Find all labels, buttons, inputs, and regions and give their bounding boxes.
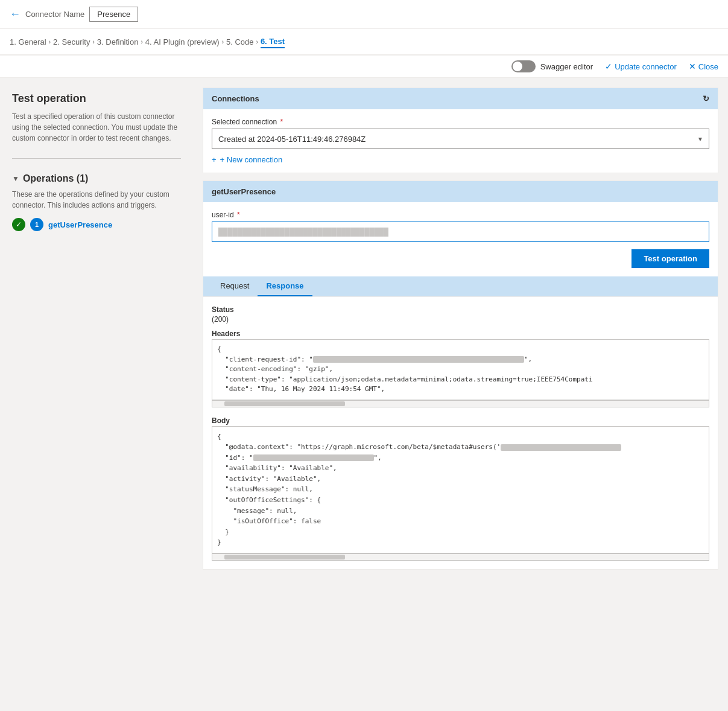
breadcrumb-code[interactable]: 5. Code [226, 37, 254, 46]
op-name-label[interactable]: getUserPresence [48, 220, 112, 229]
body-scrollbar[interactable] [212, 553, 709, 561]
tab-request[interactable]: Request [212, 276, 258, 296]
test-operation-button[interactable]: Test operation [631, 249, 709, 268]
response-section: Request Response Status (200) Headers { … [203, 276, 718, 569]
body-label: Body [212, 416, 709, 425]
response-body: Status (200) Headers { "client-request-i… [203, 297, 718, 569]
masked-odata-id [501, 444, 621, 451]
body-code-box: { "@odata.context": "https://graph.micro… [212, 426, 709, 554]
operations-header[interactable]: ▼ Operations (1) [12, 173, 181, 184]
breadcrumb-general-label: 1. General [10, 37, 46, 46]
main-content: Test operation Test a specified operatio… [0, 78, 728, 579]
chevron-icon-4: › [222, 39, 224, 45]
chevron-icon-2: › [92, 39, 94, 45]
test-operation-section: Test operation Test a specified operatio… [12, 92, 181, 144]
connections-card-body: Selected connection * Created at 2024-05… [203, 109, 718, 173]
close-icon: ✕ [689, 62, 696, 71]
chevron-icon-1: › [49, 39, 51, 45]
connection-select[interactable]: Created at 2024-05-16T11:49:46.276984Z [212, 129, 709, 149]
connections-card-header: Connections ↻ [203, 88, 718, 109]
body-line-2: "@odata.context": "https://graph.microso… [217, 442, 704, 453]
swagger-editor-toggle[interactable] [511, 60, 536, 72]
connection-select-wrapper: Created at 2024-05-16T11:49:46.276984Z ▼ [212, 129, 709, 149]
breadcrumb-aiplugin-label: 4. AI Plugin (preview) [145, 37, 220, 46]
headers-line-5: "date": "Thu, 16 May 2024 11:49:54 GMT", [217, 384, 704, 395]
tab-response[interactable]: Response [258, 276, 312, 296]
left-panel: Test operation Test a specified operatio… [0, 78, 193, 579]
update-connector-button[interactable]: ✓ Update connector [605, 62, 677, 71]
operations-desc: These are the operations defined by your… [12, 189, 181, 211]
status-value: (200) [212, 315, 709, 324]
breadcrumb-code-label: 5. Code [226, 37, 254, 46]
top-bar: ← Connector Name Presence [0, 0, 728, 29]
body-line-1: { [217, 432, 704, 442]
body-line-5: "activity": "Available", [217, 474, 704, 485]
user-id-label: user-id * [212, 211, 709, 219]
headers-scrollbar[interactable] [212, 400, 709, 407]
get-user-presence-title: getUserPresence [212, 187, 276, 196]
chevron-icon-3: › [141, 39, 142, 45]
headers-label: Headers [212, 330, 709, 338]
body-line-3: "id": " ", [217, 453, 704, 464]
body-line-8: "message": null, [217, 506, 704, 517]
right-panel: Connections ↻ Selected connection * Crea… [193, 78, 728, 579]
refresh-icon[interactable]: ↻ [703, 94, 709, 103]
body-line-10: } [217, 527, 704, 538]
body-line-7: "outOfOfficeSettings": { [217, 495, 704, 506]
connections-header-label: Connections [212, 94, 259, 103]
breadcrumb-security[interactable]: 2. Security [53, 37, 90, 46]
op-check-icon: ✓ [12, 218, 25, 231]
get-user-presence-card: getUserPresence user-id * Test operation… [203, 180, 718, 570]
body-scrollbar-thumb [224, 555, 345, 560]
operations-title: Operations (1) [23, 173, 88, 184]
tabs-bar: Request Response [203, 276, 718, 297]
selected-connection-label: Selected connection * [212, 118, 709, 126]
breadcrumb-security-label: 2. Security [53, 37, 90, 46]
required-asterisk: * [280, 118, 283, 126]
get-user-presence-header: getUserPresence [203, 181, 718, 202]
user-id-input[interactable] [212, 222, 709, 242]
checkmark-icon: ✓ [605, 62, 612, 71]
chevron-icon-5: › [256, 39, 258, 45]
headers-scrollbar-thumb [224, 401, 345, 406]
breadcrumb-general[interactable]: 1. General [10, 37, 46, 46]
op-number-badge: 1 [30, 218, 43, 231]
update-connector-label: Update connector [615, 62, 677, 71]
user-id-required: * [237, 211, 240, 219]
masked-client-id [313, 356, 524, 363]
new-connection-button[interactable]: + + New connection [212, 155, 282, 164]
divider [12, 158, 181, 159]
body-line-6: "statusMessage": null, [217, 484, 704, 495]
headers-code-box: { "client-request-id": " ", "content-enc… [212, 339, 709, 400]
swagger-editor-group: Swagger editor [511, 60, 593, 72]
operations-section: ▼ Operations (1) These are the operation… [12, 173, 181, 231]
connector-name-label: Connector Name [25, 10, 84, 19]
breadcrumb-nav: 1. General › 2. Security › 3. Definition… [0, 29, 728, 56]
plus-icon: + [212, 155, 217, 164]
new-connection-label: + New connection [220, 155, 283, 164]
ops-chevron-icon: ▼ [12, 174, 19, 183]
headers-line-3: "content-encoding": "gzip", [217, 365, 704, 375]
body-line-11: } [217, 537, 704, 548]
status-label: Status [212, 305, 709, 314]
test-operation-desc: Test a specified operation of this custo… [12, 111, 181, 144]
back-button[interactable]: ← [10, 8, 21, 21]
body-line-9: "isOutOfOffice": false [217, 516, 704, 527]
connector-name-tab[interactable]: Presence [89, 7, 138, 22]
headers-line-4: "content-type": "application/json;odata.… [217, 375, 704, 385]
breadcrumb-test[interactable]: 6. Test [261, 37, 285, 48]
breadcrumb-definition[interactable]: 3. Definition [97, 37, 139, 46]
close-button[interactable]: ✕ Close [689, 62, 718, 71]
get-user-presence-body: user-id * Test operation [203, 202, 718, 276]
breadcrumb-test-label: 6. Test [261, 37, 285, 46]
swagger-editor-label: Swagger editor [540, 62, 593, 71]
close-label: Close [698, 62, 718, 71]
toolbar: Swagger editor ✓ Update connector ✕ Clos… [0, 56, 728, 78]
operation-item[interactable]: ✓ 1 getUserPresence [12, 218, 181, 231]
body-line-4: "availability": "Available", [217, 463, 704, 474]
headers-line-2: "client-request-id": " ", [217, 355, 704, 365]
breadcrumb-aiplugin[interactable]: 4. AI Plugin (preview) [145, 37, 220, 46]
headers-line-1: { [217, 345, 704, 355]
connections-card: Connections ↻ Selected connection * Crea… [203, 88, 718, 173]
masked-id [253, 454, 374, 461]
